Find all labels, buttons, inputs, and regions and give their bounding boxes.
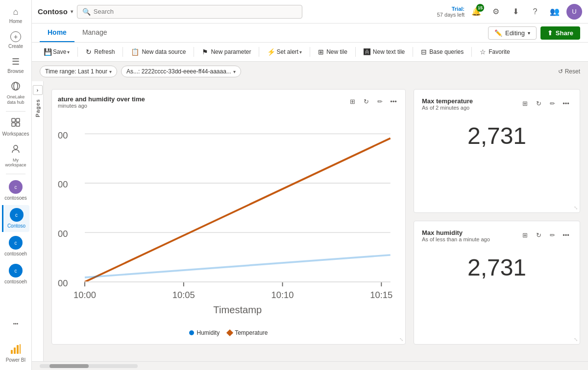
sidebar-item-powerbi[interactable]: Power BI <box>2 340 29 366</box>
settings-button[interactable]: ⚙ <box>488 4 504 20</box>
sidebar-label-browse: Browse <box>7 69 24 74</box>
asset-filter[interactable]: As...: 2222cccc-33dd-eeee-ff44-aaaaa... … <box>121 66 241 77</box>
svg-text:10:05: 10:05 <box>172 290 195 300</box>
save-button[interactable]: 💾 Save ▾ <box>40 46 74 58</box>
app-logo[interactable]: Contoso ▾ <box>38 7 73 16</box>
svg-point-0 <box>12 82 20 90</box>
sidebar-item-more[interactable]: ••• <box>2 312 29 335</box>
legend-temperature: Temperature <box>227 329 268 336</box>
search-box[interactable]: 🔍 <box>77 5 302 19</box>
svg-line-19 <box>85 139 391 282</box>
kpi1-edit-button[interactable]: ✏ <box>546 97 558 109</box>
kpi-temperature-tile: Max temperature As of 2 minutes ago ⊞ ↻ … <box>414 89 580 213</box>
chart-more-button[interactable]: ••• <box>388 95 399 107</box>
base-queries-button[interactable]: ⊟ Base queries <box>417 46 467 58</box>
sidebar-item-contosoes[interactable]: c contosoes <box>2 177 29 204</box>
new-tile-button[interactable]: ⊞ New tile <box>314 46 351 58</box>
user-avatar[interactable]: U <box>566 4 582 20</box>
kpi1-more-button[interactable]: ••• <box>560 97 572 109</box>
kpi2-more-button[interactable]: ••• <box>560 229 572 241</box>
svg-rect-4 <box>12 123 15 126</box>
scrollbar-thumb[interactable] <box>49 364 89 368</box>
sidebar-label-powerbi: Power BI <box>6 357 26 363</box>
data-source-icon: 📋 <box>131 48 139 56</box>
save-icon: 💾 <box>44 48 52 56</box>
kpi2-header: Max humidity As of less than a minute ag… <box>422 229 572 242</box>
set-alert-button[interactable]: ⚡ Set alert ▾ <box>263 46 306 58</box>
favorite-button[interactable]: ☆ Favorite <box>476 46 514 58</box>
chart-tile-header: ature and humidity over time minutes ago… <box>58 95 399 109</box>
app-name: Contoso <box>38 7 68 16</box>
sidebar-item-create[interactable]: + Create <box>2 28 29 52</box>
svg-text:00: 00 <box>58 179 68 189</box>
svg-rect-3 <box>16 118 20 122</box>
download-button[interactable]: ⬇ <box>508 4 523 20</box>
sep6 <box>355 47 356 57</box>
asset-label: As...: 2222cccc-33dd-eeee-ff44-aaaaa... <box>126 68 231 75</box>
notifications-button[interactable]: 🔔 15 <box>468 4 484 20</box>
sidebar: ⌂ Home + Create ☰ Browse OneLake data hu… <box>0 0 32 370</box>
contosoes-avatar: c <box>9 180 23 194</box>
kpi2-edit-button[interactable]: ✏ <box>546 229 558 241</box>
help-button[interactable]: ? <box>527 4 543 20</box>
pages-expand-button[interactable]: › <box>33 85 43 95</box>
reset-button[interactable]: ↺ Reset <box>558 68 580 75</box>
chart-subtitle: minutes ago <box>58 103 145 109</box>
new-parameter-button[interactable]: ⚑ New parameter <box>198 46 255 58</box>
sep4 <box>259 47 259 57</box>
chart-legend: Humidity Temperature <box>58 327 399 338</box>
time-range-filter[interactable]: Time range: Last 1 hour ▾ <box>40 66 117 77</box>
svg-text:10:15: 10:15 <box>370 290 392 300</box>
sidebar-item-workspaces[interactable]: Workspaces <box>2 115 29 140</box>
kpi1-value: 2,731 <box>422 113 572 154</box>
filter-bar: Time range: Last 1 hour ▾ As...: 2222ccc… <box>32 62 588 81</box>
sidebar-item-onelake[interactable]: OneLake data hub <box>2 78 29 108</box>
sidebar-item-contosoeh2[interactable]: c contosoeh <box>2 261 29 288</box>
sidebar-item-home[interactable]: ⌂ Home <box>2 4 29 27</box>
share-people-button[interactable]: 👥 <box>547 4 563 20</box>
tile-row-1: ature and humidity over time minutes ago… <box>51 89 580 345</box>
trial-info: Trial: 57 days left <box>437 6 465 18</box>
sep8 <box>471 47 472 57</box>
new-text-tile-button[interactable]: 🅰 New text tile <box>360 46 409 58</box>
kpi1-grid-button[interactable]: ⊞ <box>519 97 531 109</box>
temperature-legend-dot <box>226 329 233 336</box>
svg-text:10:00: 10:00 <box>74 290 96 300</box>
share-button[interactable]: ⬆ Share <box>540 26 580 40</box>
svg-text:00: 00 <box>58 130 68 140</box>
new-tile-icon: ⊞ <box>318 48 324 56</box>
sidebar-divider-2 <box>6 174 25 174</box>
tab-home[interactable]: Home <box>40 23 74 42</box>
sidebar-item-contoso[interactable]: c Contoso <box>2 205 29 232</box>
svg-text:00: 00 <box>58 229 68 239</box>
chart-refresh-button[interactable]: ↻ <box>360 95 372 107</box>
horizontal-scrollbar[interactable] <box>40 364 138 368</box>
kpi1-refresh-button[interactable]: ↻ <box>533 97 544 109</box>
humidity-legend-label: Humidity <box>196 329 220 336</box>
new-data-source-button[interactable]: 📋 New data source <box>127 46 190 58</box>
kpi2-tile-resize[interactable]: ⤡ <box>574 337 578 342</box>
search-input[interactable] <box>94 8 297 15</box>
kpi-humidity-tile: Max humidity As of less than a minute ag… <box>414 221 580 345</box>
svg-rect-10 <box>20 344 21 354</box>
chart-edit-button[interactable]: ✏ <box>374 95 386 107</box>
refresh-icon: ↻ <box>86 48 92 56</box>
chart-grid-button[interactable]: ⊞ <box>346 95 358 107</box>
sidebar-item-contosoeh[interactable]: c contosoeh <box>2 233 29 260</box>
refresh-button[interactable]: ↻ Refresh <box>82 46 119 58</box>
kpi1-tile-resize[interactable]: ⤡ <box>574 205 578 210</box>
sidebar-item-my-workspace[interactable]: My workspace <box>2 141 29 171</box>
topbar: Contoso ▾ 🔍 Trial: 57 days left 🔔 15 ⚙ ⬇ <box>32 0 588 23</box>
kpi2-grid-button[interactable]: ⊞ <box>519 229 531 241</box>
kpi2-refresh-button[interactable]: ↻ <box>533 229 544 241</box>
base-queries-icon: ⊟ <box>421 48 427 56</box>
editing-button[interactable]: ✏️ Editing ▾ <box>488 26 537 40</box>
kpi2-title: Max humidity <box>422 229 490 236</box>
parameter-icon: ⚑ <box>202 48 208 56</box>
chevron-down-icon[interactable]: ▾ <box>71 9 73 14</box>
chart-tile-resize[interactable]: ⤡ <box>399 337 403 342</box>
tab-manage[interactable]: Manage <box>74 23 115 42</box>
kpi1-header: Max temperature As of 2 minutes ago ⊞ ↻ … <box>422 97 572 111</box>
sidebar-item-browse[interactable]: ☰ Browse <box>2 53 29 77</box>
contoso-avatar: c <box>10 208 24 222</box>
